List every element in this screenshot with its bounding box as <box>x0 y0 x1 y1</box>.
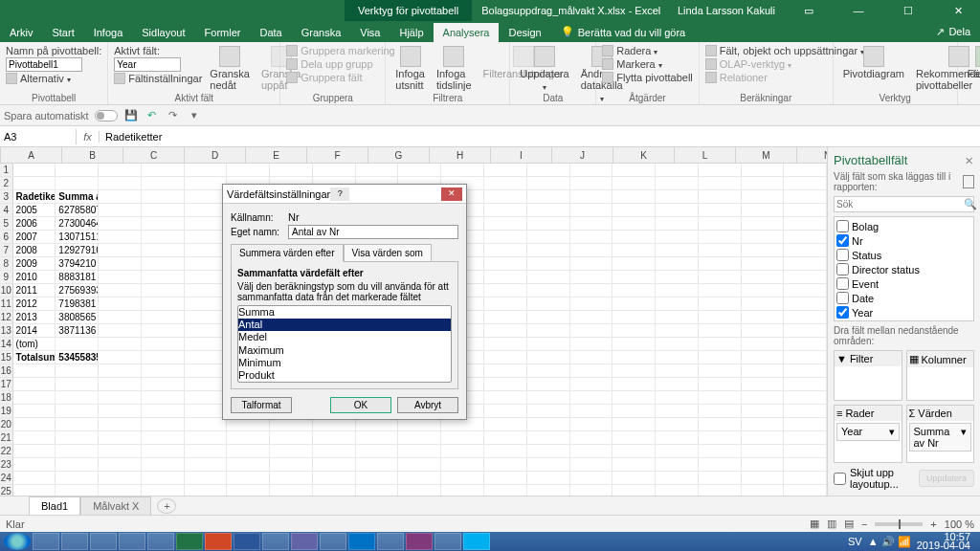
taskbar-app-icon[interactable] <box>320 533 346 550</box>
cell[interactable] <box>484 378 527 391</box>
taskbar-app-icon[interactable] <box>147 533 174 550</box>
cell[interactable] <box>185 431 228 445</box>
menu-tab-design[interactable]: Design <box>499 23 550 42</box>
cell[interactable] <box>527 458 570 472</box>
cell[interactable] <box>656 204 699 217</box>
cell[interactable] <box>441 445 484 458</box>
cell[interactable] <box>142 338 185 351</box>
menu-tab-visa[interactable]: Visa <box>350 23 390 42</box>
cell[interactable] <box>570 405 613 418</box>
cell[interactable] <box>784 190 827 204</box>
custom-name-input[interactable] <box>288 225 458 239</box>
cell[interactable] <box>656 284 699 298</box>
row-header[interactable]: 24 <box>0 472 13 485</box>
cell[interactable] <box>484 231 527 244</box>
cell[interactable] <box>742 431 785 445</box>
taskbar-chrome-icon[interactable] <box>434 533 461 550</box>
field-checkbox[interactable] <box>836 220 849 232</box>
zoom-slider[interactable] <box>875 522 923 526</box>
taskbar-word-icon[interactable] <box>234 533 260 550</box>
cell[interactable] <box>56 177 99 190</box>
cell[interactable] <box>699 190 742 204</box>
cell[interactable] <box>527 271 570 284</box>
field-checkbox[interactable] <box>836 263 849 276</box>
taskbar-teams-icon[interactable] <box>291 533 318 550</box>
cell[interactable] <box>656 217 699 231</box>
cell[interactable] <box>699 391 742 405</box>
field-item[interactable]: Event <box>836 276 971 291</box>
cell[interactable] <box>656 190 699 204</box>
cell[interactable] <box>56 378 99 391</box>
row-header[interactable]: 8 <box>0 257 13 271</box>
menu-tab-formler[interactable]: Formler <box>195 23 251 42</box>
view-page-layout-icon[interactable]: ▥ <box>827 518 836 530</box>
cell[interactable] <box>656 257 699 271</box>
close-button[interactable]: ✕ <box>942 5 974 17</box>
row-header[interactable]: 2 <box>0 177 13 190</box>
cell[interactable] <box>699 351 742 364</box>
col-header[interactable]: E <box>246 147 307 163</box>
cell[interactable] <box>527 177 570 190</box>
row-header[interactable]: 25 <box>0 485 13 496</box>
cell[interactable] <box>185 244 228 257</box>
cell[interactable] <box>484 485 527 496</box>
cell[interactable] <box>185 231 228 244</box>
cell[interactable]: 27569393 <box>56 284 99 298</box>
cell[interactable] <box>570 485 613 496</box>
new-sheet-button[interactable]: + <box>157 498 176 514</box>
cell[interactable] <box>527 431 570 445</box>
cell[interactable] <box>612 391 656 405</box>
cell[interactable] <box>656 458 699 472</box>
cell[interactable] <box>742 472 785 485</box>
cell[interactable] <box>99 177 142 190</box>
insert-slicer-button[interactable]: Infoga utsnitt <box>391 44 429 93</box>
tray-date[interactable]: 2019-04-04 <box>917 540 970 551</box>
cell[interactable] <box>227 458 270 472</box>
cell[interactable] <box>227 472 270 485</box>
cell[interactable] <box>699 364 742 378</box>
cell[interactable] <box>185 418 228 431</box>
zoom-in-button[interactable]: + <box>930 518 936 530</box>
cell[interactable] <box>699 458 742 472</box>
cell[interactable] <box>227 164 270 177</box>
cell[interactable]: 2011 <box>13 284 56 298</box>
cell[interactable] <box>142 190 185 204</box>
cell[interactable] <box>270 485 313 496</box>
cell[interactable] <box>742 418 785 431</box>
cell[interactable] <box>484 164 527 177</box>
menu-tab-sidlayout[interactable]: Sidlayout <box>132 23 194 42</box>
cell[interactable] <box>656 271 699 284</box>
cell[interactable] <box>185 485 228 496</box>
cell[interactable] <box>398 458 441 472</box>
cell[interactable] <box>784 418 827 431</box>
cell[interactable] <box>612 472 656 485</box>
cell[interactable] <box>570 391 613 405</box>
pivot-chart-button[interactable]: Pivotdiagram <box>839 44 908 81</box>
cell[interactable] <box>742 364 785 378</box>
cell[interactable] <box>784 338 827 351</box>
row-header[interactable]: 18 <box>0 391 13 405</box>
tray-language[interactable]: SV <box>848 536 862 547</box>
cell[interactable] <box>742 231 785 244</box>
cell[interactable] <box>784 324 827 338</box>
cell[interactable] <box>612 338 656 351</box>
taskbar-excel-icon[interactable] <box>176 533 203 550</box>
cell[interactable] <box>484 405 527 418</box>
cell[interactable] <box>656 418 699 431</box>
cell[interactable] <box>142 418 185 431</box>
cell[interactable] <box>185 164 228 177</box>
values-area-item[interactable]: Summa av Nr▾ <box>909 423 972 452</box>
cell[interactable] <box>484 257 527 271</box>
col-header[interactable]: J <box>552 147 613 163</box>
col-header[interactable]: N <box>797 147 827 163</box>
cell[interactable] <box>570 257 613 271</box>
cell[interactable] <box>570 217 613 231</box>
cell[interactable] <box>13 458 56 472</box>
cell[interactable] <box>99 244 142 257</box>
cell[interactable] <box>612 311 656 324</box>
cell[interactable] <box>656 485 699 496</box>
menu-tab-arkiv[interactable]: Arkiv <box>0 23 42 42</box>
cell[interactable] <box>570 458 613 472</box>
name-box[interactable]: A3 <box>0 129 77 144</box>
row-header[interactable]: 21 <box>0 431 13 445</box>
